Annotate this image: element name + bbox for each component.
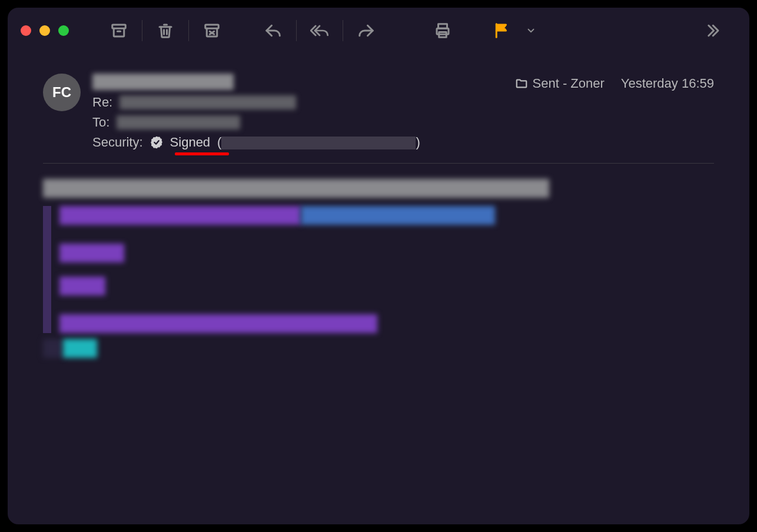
body-line-redacted bbox=[43, 179, 714, 198]
subject-prefix: Re: bbox=[92, 95, 112, 110]
junk-icon bbox=[203, 22, 221, 39]
message-header: FC Re: To: Security: Signed bbox=[8, 54, 749, 163]
message-body bbox=[8, 179, 749, 366]
folder-chip[interactable]: Sent - Zoner bbox=[515, 76, 605, 91]
delete-button[interactable] bbox=[152, 17, 179, 44]
from-redacted bbox=[92, 74, 234, 90]
toolbar-separator bbox=[142, 20, 142, 41]
toolbar-overflow-button[interactable] bbox=[699, 17, 726, 44]
timestamp: Yesterday 16:59 bbox=[621, 76, 714, 91]
quote-line-redacted bbox=[59, 314, 714, 333]
folder-icon bbox=[515, 77, 528, 90]
zoom-window-button[interactable] bbox=[58, 25, 69, 36]
quote-line-redacted bbox=[59, 244, 714, 262]
folder-name: Sent - Zoner bbox=[533, 76, 605, 91]
header-divider bbox=[43, 163, 714, 164]
subject-line: Re: bbox=[92, 95, 503, 110]
window-traffic-lights bbox=[21, 25, 69, 36]
subject-redacted bbox=[119, 95, 296, 109]
quoted-block bbox=[43, 206, 714, 333]
header-meta: Sent - Zoner Yesterday 16:59 bbox=[515, 76, 714, 150]
to-label: To: bbox=[92, 115, 109, 130]
from-line bbox=[92, 74, 503, 90]
toolbar-separator bbox=[296, 20, 297, 41]
flag-menu-button[interactable] bbox=[522, 17, 540, 44]
signed-underline-annotation bbox=[175, 152, 229, 155]
to-line: To: bbox=[92, 115, 503, 130]
print-button[interactable] bbox=[429, 17, 456, 44]
security-paren-open: ( bbox=[217, 135, 221, 149]
flag-icon bbox=[493, 22, 510, 39]
minimize-window-button[interactable] bbox=[39, 25, 50, 36]
reply-all-button[interactable] bbox=[306, 17, 333, 44]
junk-button[interactable] bbox=[198, 17, 225, 44]
body-line-redacted bbox=[43, 339, 714, 358]
security-label: Security: bbox=[92, 135, 143, 150]
archive-button[interactable] bbox=[105, 17, 132, 44]
quote-line-redacted bbox=[59, 277, 714, 295]
toolbar-separator bbox=[343, 20, 343, 41]
header-fields: Re: To: Security: Signed () bbox=[92, 74, 503, 150]
chevron-down-icon bbox=[526, 25, 536, 36]
security-value: Signed bbox=[170, 135, 211, 150]
avatar-initials: FC bbox=[52, 84, 71, 101]
reply-button[interactable] bbox=[260, 17, 287, 44]
archive-icon bbox=[110, 22, 128, 39]
sender-avatar[interactable]: FC bbox=[43, 74, 81, 111]
toolbar bbox=[8, 8, 749, 54]
signer-redacted bbox=[221, 137, 416, 149]
forward-button[interactable] bbox=[353, 17, 380, 44]
forward-icon bbox=[357, 22, 375, 39]
reply-icon bbox=[264, 22, 282, 39]
reply-all-icon bbox=[310, 22, 329, 39]
to-redacted bbox=[117, 115, 240, 129]
toolbar-separator bbox=[188, 20, 189, 41]
trash-icon bbox=[157, 22, 174, 39]
flag-button[interactable] bbox=[488, 17, 515, 44]
signed-seal-icon bbox=[150, 136, 163, 149]
mail-message-window: FC Re: To: Security: Signed bbox=[8, 8, 749, 524]
close-window-button[interactable] bbox=[21, 25, 31, 36]
security-line: Security: Signed () bbox=[92, 135, 503, 150]
print-icon bbox=[434, 22, 451, 39]
security-paren-close: ) bbox=[416, 135, 420, 149]
chevron-double-right-icon bbox=[703, 22, 721, 39]
quote-line-redacted bbox=[59, 206, 714, 225]
